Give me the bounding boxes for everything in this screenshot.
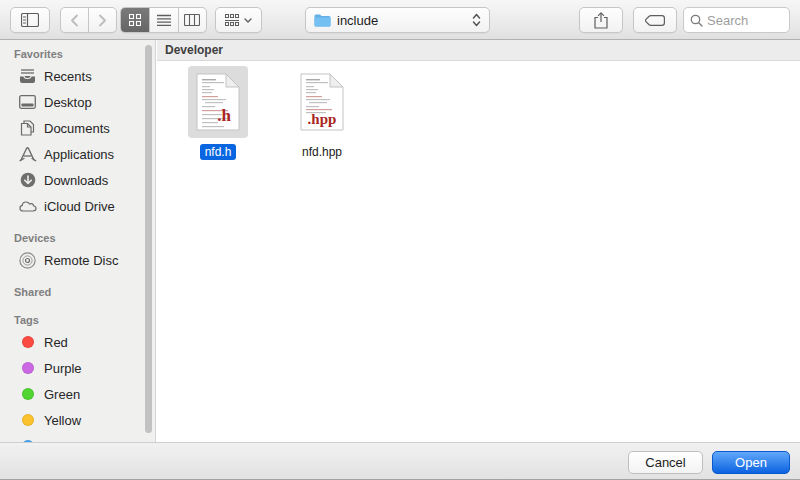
section-title-shared: Shared bbox=[0, 283, 155, 301]
sidebar-item-label: Remote Disc bbox=[44, 253, 118, 268]
header-file-icon: .hpp bbox=[300, 73, 344, 131]
back-button[interactable] bbox=[61, 8, 88, 32]
file-label: nfd.hpp bbox=[297, 144, 347, 160]
columns-view-icon bbox=[184, 14, 200, 26]
desktop-icon bbox=[18, 93, 37, 112]
sidebar-item-label: Recents bbox=[44, 69, 92, 84]
sidebar-item-label: Purple bbox=[44, 361, 82, 376]
sidebar-item-label: Desktop bbox=[44, 95, 92, 110]
open-dialog-window: include bbox=[0, 0, 800, 480]
file-badge: .hpp bbox=[308, 111, 337, 127]
toolbar: include bbox=[0, 0, 800, 40]
folder-icon bbox=[314, 14, 331, 27]
sidebar-item-tag-green[interactable]: Green bbox=[0, 381, 155, 407]
sidebar-item-tag-yellow[interactable]: Yellow bbox=[0, 407, 155, 433]
sidebar-item-label: Yellow bbox=[44, 413, 81, 428]
list-view-icon bbox=[157, 14, 171, 26]
header-file-icon: .h bbox=[196, 73, 240, 131]
tag-purple-icon bbox=[18, 359, 37, 378]
sidebar-item-tag-blue[interactable] bbox=[0, 433, 155, 442]
cancel-button[interactable]: Cancel bbox=[628, 451, 703, 474]
sidebar-item-label: iCloud Drive bbox=[44, 199, 115, 214]
sidebar-item-label: Downloads bbox=[44, 173, 108, 188]
sidebar-item-remote-disc[interactable]: Remote Disc bbox=[0, 247, 155, 273]
tag-green-icon bbox=[18, 385, 37, 404]
applications-icon bbox=[18, 145, 37, 164]
chevron-down-icon bbox=[244, 18, 252, 23]
section-title-tags: Tags bbox=[0, 311, 155, 329]
file-browser-area: Developer bbox=[157, 40, 800, 442]
sidebar-item-applications[interactable]: Applications bbox=[0, 141, 155, 167]
path-header: Developer bbox=[157, 40, 800, 61]
group-action-icon bbox=[225, 14, 240, 26]
sidebar-item-tag-red[interactable]: Red bbox=[0, 329, 155, 355]
dialog-footer: Cancel Open bbox=[0, 442, 800, 480]
tag-yellow-icon bbox=[18, 411, 37, 430]
sidebar-item-icloud-drive[interactable]: iCloud Drive bbox=[0, 193, 155, 219]
sidebar-item-label: Red bbox=[44, 335, 68, 350]
file-tile: .hpp bbox=[292, 66, 352, 138]
file-badge: .h bbox=[217, 106, 231, 125]
sidebar-item-desktop[interactable]: Desktop bbox=[0, 89, 155, 115]
action-menu-button[interactable] bbox=[215, 7, 262, 33]
grid-view-icon bbox=[129, 14, 141, 26]
navigation-buttons bbox=[60, 7, 117, 33]
forward-button[interactable] bbox=[88, 8, 116, 32]
share-icon bbox=[594, 12, 608, 29]
documents-icon bbox=[18, 119, 37, 138]
sidebar: Favorites Recents Desktop bbox=[0, 40, 156, 442]
view-grid-segment[interactable] bbox=[121, 8, 149, 32]
disc-icon bbox=[18, 251, 37, 270]
view-segmented-control bbox=[120, 7, 207, 33]
folder-popup-button[interactable]: include bbox=[305, 7, 490, 33]
tag-icon bbox=[645, 15, 665, 26]
sidebar-scrollbar[interactable] bbox=[145, 45, 152, 433]
sidebar-item-label: Green bbox=[44, 387, 80, 402]
file-item-nfd-h[interactable]: .h nfd.h bbox=[188, 66, 248, 160]
popup-updown-icon bbox=[472, 13, 481, 27]
search-icon bbox=[690, 14, 703, 27]
search-field[interactable] bbox=[683, 7, 790, 33]
icloud-icon bbox=[18, 197, 37, 216]
tag-red-icon bbox=[18, 333, 37, 352]
file-grid: .h nfd.h bbox=[157, 61, 800, 160]
chevron-left-icon bbox=[70, 14, 79, 27]
sidebar-toggle-button[interactable] bbox=[10, 7, 50, 33]
tag-button[interactable] bbox=[633, 7, 677, 33]
share-button[interactable] bbox=[579, 7, 623, 33]
open-button[interactable]: Open bbox=[712, 451, 790, 474]
folder-popup-label: include bbox=[337, 13, 472, 28]
file-tile: .h bbox=[188, 66, 248, 138]
section-title-devices: Devices bbox=[0, 229, 155, 247]
section-title-favorites: Favorites bbox=[0, 45, 155, 63]
sidebar-item-downloads[interactable]: Downloads bbox=[0, 167, 155, 193]
sidebar-item-label: Documents bbox=[44, 121, 110, 136]
sidebar-item-tag-purple[interactable]: Purple bbox=[0, 355, 155, 381]
downloads-icon bbox=[18, 171, 37, 190]
sidebar-item-label: Applications bbox=[44, 147, 114, 162]
file-item-nfd-hpp[interactable]: .hpp nfd.hpp bbox=[292, 66, 352, 160]
search-input[interactable] bbox=[707, 13, 783, 28]
file-label: nfd.h bbox=[200, 144, 237, 160]
sidebar-toggle-icon bbox=[21, 13, 39, 27]
recents-icon bbox=[18, 67, 37, 86]
sidebar-item-documents[interactable]: Documents bbox=[0, 115, 155, 141]
chevron-right-icon bbox=[98, 14, 107, 27]
view-columns-segment[interactable] bbox=[178, 8, 206, 32]
sidebar-item-recents[interactable]: Recents bbox=[0, 63, 155, 89]
view-list-segment[interactable] bbox=[149, 8, 177, 32]
